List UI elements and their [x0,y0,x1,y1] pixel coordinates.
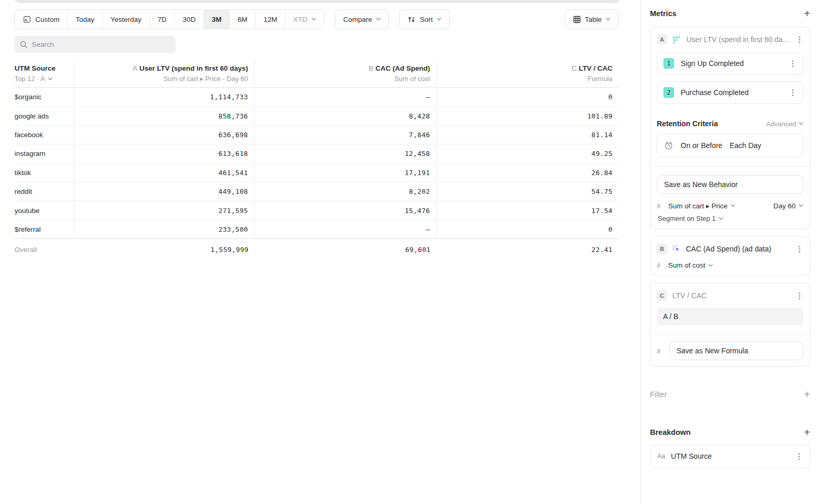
metric-letter-badge: A [657,34,667,45]
row-header-cell[interactable]: UTM Source Top 12 · A [15,60,74,87]
metric-b-header[interactable]: B CAC (Ad Spend) (ad data) [657,243,803,255]
row-header-title: UTM Source [15,64,68,72]
table-row[interactable]: reddit 449,108 8,202 54.75 [15,182,619,201]
date-range-today[interactable]: Today [68,10,103,29]
formula-input[interactable]: A / B [657,308,803,325]
metric-letter-badge: B [657,244,667,254]
save-as-new-formula-button[interactable]: Save as New Formula [669,341,803,360]
table-grid-icon [573,16,581,23]
behavioral-metric-icon [672,35,681,44]
chart-type-button[interactable]: Table [565,9,619,29]
calendar-icon [23,15,31,23]
chevron-down-icon [311,18,316,21]
date-range-6m[interactable]: 6M [230,10,256,29]
date-range-custom[interactable]: Custom [15,10,68,29]
save-as-new-behavior-button[interactable]: Save as New Behavior [657,175,803,194]
date-range-7d[interactable]: 7D [150,10,175,29]
date-range-yesterday[interactable]: Yesterday [103,10,150,29]
metric-letter-badge: C [657,290,667,301]
ai-event-icon [672,245,681,253]
column-header-a[interactable]: AUser LTV (spend in first 60 days) Sum o… [74,60,255,87]
breakdown-title: Breakdown [650,428,691,436]
date-range-xtd[interactable]: XTD [285,10,324,29]
number-type-icon: # [657,261,664,269]
search-bar[interactable] [15,36,176,53]
add-breakdown-button[interactable]: + [804,427,810,437]
table-row[interactable]: $referral 233,500 – 0 [15,220,619,239]
kebab-menu-icon[interactable] [788,59,797,68]
metric-b-title: CAC (Ad Spend) (ad data) [686,245,790,253]
kebab-menu-icon[interactable] [795,291,803,300]
step-number-badge: 2 [664,87,674,98]
aggregation-dropdown[interactable]: Sum of cart ▸ Price [668,202,735,210]
date-range-label: Custom [35,16,60,23]
metric-c-header[interactable]: C LTV / CAC [657,289,803,302]
date-range-30d[interactable]: 30D [175,10,204,29]
chevron-down-icon [719,217,723,220]
chevron-down-icon [606,18,610,21]
metric-card-a: A User LTV (spend in first 60 da... 1 Si… [650,26,810,229]
segment-on-step-dropdown[interactable]: Segment on Step 1 [657,215,803,222]
compare-button[interactable]: Compare [335,9,389,29]
chevron-down-icon [708,264,713,267]
chevron-down-icon [799,122,803,125]
retention-condition[interactable]: On or Before Each Day [657,134,803,157]
metrics-section-header: Metrics + [650,7,810,20]
sort-button[interactable]: Sort [399,9,450,29]
window-dropdown[interactable]: Day 60 [773,202,803,210]
divider [651,166,810,167]
table-header-row: UTM Source Top 12 · A AUser LTV (spend i… [15,60,619,88]
retention-mode-dropdown[interactable]: Advanced [766,120,803,128]
table-row[interactable]: tiktok 461,541 17,191 26.84 [15,164,619,182]
filter-section-header: Filter + [650,388,810,401]
table-row[interactable]: google ads 858,736 8,428 101.89 [15,107,619,125]
date-range-control: Custom Today Yesterday 7D 30D 3M 6M 12M … [15,9,324,29]
search-icon [20,41,28,48]
formula-save-row: # Save as New Formula [657,341,803,360]
top-panel-edge [16,0,619,1]
metric-c-title: LTV / CAC [672,291,790,300]
metric-card-b: B CAC (Ad Spend) (ad data) # Sum of cost [650,236,810,276]
metric-a-aggregation-row: # Sum of cart ▸ Price Day 60 [657,202,803,210]
breakdown-item-utm-source[interactable]: Aa UTM Source [650,444,810,468]
add-metric-button[interactable]: + [804,8,810,19]
sort-arrows-icon [408,16,415,23]
search-input[interactable] [32,41,171,48]
filter-title: Filter [650,390,667,399]
funnel-step-2[interactable]: 2 Purchase Completed [657,81,803,104]
aggregation-dropdown[interactable]: Sum of cost [668,261,713,269]
date-range-3m-selected[interactable]: 3M [204,10,230,29]
breakdown-table: UTM Source Top 12 · A AUser LTV (spend i… [15,60,619,260]
step-number-badge: 1 [664,58,674,69]
table-row[interactable]: youtube 271,595 15,476 17.54 [15,201,619,220]
chevron-down-icon [731,204,735,207]
kebab-menu-icon[interactable] [795,452,803,460]
funnel-step-1[interactable]: 1 Sign Up Completed [657,52,803,75]
column-header-c[interactable]: CLTV / CAC Formula [437,60,619,87]
number-type-icon: # [657,202,664,210]
chevron-down-icon [48,77,53,81]
kebab-menu-icon[interactable] [795,35,803,44]
kebab-menu-icon[interactable] [795,245,803,253]
insights-app: Custom Today Yesterday 7D 30D 3M 6M 12M … [0,0,832,504]
chevron-down-icon [437,18,441,21]
toolbar: Custom Today Yesterday 7D 30D 3M 6M 12M … [15,9,619,29]
metric-a-header[interactable]: A User LTV (spend in first 60 da... [657,33,803,46]
string-type-icon: Aa [657,453,665,460]
table-overall-row: Overall 1,559,999 69,601 22.41 [15,238,619,260]
retention-criteria-header: Retention Criteria Advanced [657,120,803,128]
chevron-down-icon [376,18,381,21]
column-header-b[interactable]: BCAC (Ad Spend) Sum of cost [255,60,437,87]
date-range-12m[interactable]: 12M [256,10,285,29]
metric-card-c: C LTV / CAC A / B # Save as New Formula [650,283,810,367]
table-row[interactable]: $organic 1,114,733 – 0 [15,88,619,107]
table-row[interactable]: instagram 613,618 12,458 49.25 [15,144,619,163]
breakdown-section-header: Breakdown + [650,426,810,439]
chevron-down-icon [799,204,803,207]
table-row[interactable]: facebook 636,698 7,846 81.14 [15,126,619,144]
kebab-menu-icon[interactable] [788,88,797,97]
divider [651,335,810,335]
metrics-title: Metrics [650,9,677,18]
add-filter-button[interactable]: + [804,389,810,400]
row-header-subtitle[interactable]: Top 12 · A [15,75,68,83]
